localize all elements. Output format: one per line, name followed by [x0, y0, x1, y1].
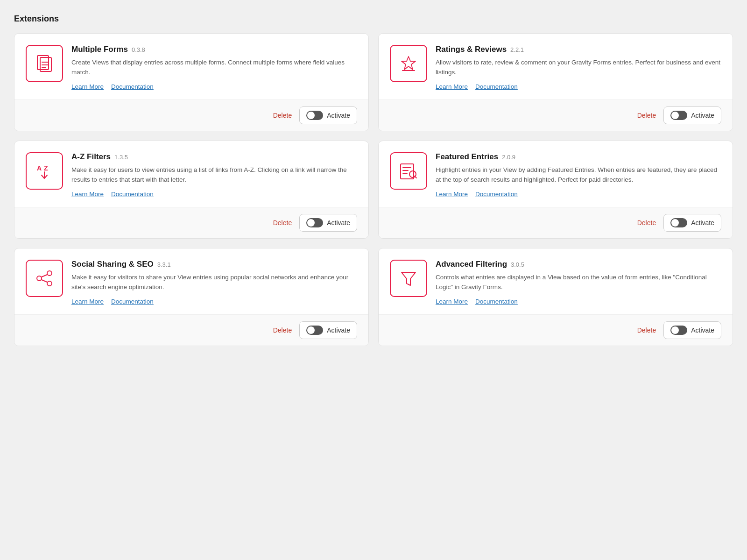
- learn-more-link-az-filters[interactable]: Learn More: [71, 191, 104, 198]
- card-info-multiple-forms: Multiple Forms 0.3.8 Create Views that d…: [71, 45, 357, 90]
- delete-button-ratings-reviews[interactable]: Delete: [637, 112, 656, 119]
- toggle-social-sharing-seo: [306, 326, 323, 335]
- delete-button-social-sharing-seo[interactable]: Delete: [273, 326, 292, 334]
- toggle-ratings-reviews: [670, 111, 687, 120]
- extension-name-social-sharing-seo: Social Sharing & SEO: [71, 260, 154, 269]
- toggle-multiple-forms: [306, 111, 323, 120]
- documentation-link-az-filters[interactable]: Documentation: [111, 191, 154, 198]
- activate-label-multiple-forms: Activate: [327, 112, 350, 119]
- svg-point-17: [47, 281, 52, 286]
- documentation-link-social-sharing-seo[interactable]: Documentation: [111, 298, 154, 305]
- svg-text:Z: Z: [44, 164, 48, 172]
- extension-desc-advanced-filtering: Controls what entries are displayed in a…: [436, 273, 721, 292]
- card-top-ratings-reviews: Ratings & Reviews 2.2.1 Allow visitors t…: [379, 34, 733, 99]
- extension-name-featured-entries: Featured Entries: [436, 152, 498, 162]
- learn-more-link-advanced-filtering[interactable]: Learn More: [436, 298, 468, 305]
- extensions-grid: Multiple Forms 0.3.8 Create Views that d…: [14, 33, 733, 346]
- extension-version-ratings-reviews: 2.2.1: [510, 46, 524, 53]
- activate-label-advanced-filtering: Activate: [691, 326, 714, 334]
- ratings-reviews-icon: [390, 45, 427, 82]
- card-bottom-multiple-forms: Delete Activate: [14, 99, 368, 131]
- extension-name-ratings-reviews: Ratings & Reviews: [436, 45, 507, 54]
- documentation-link-advanced-filtering[interactable]: Documentation: [475, 298, 518, 305]
- card-top-multiple-forms: Multiple Forms 0.3.8 Create Views that d…: [14, 34, 368, 99]
- multiple-forms-icon: [26, 45, 63, 82]
- delete-button-multiple-forms[interactable]: Delete: [273, 112, 292, 119]
- svg-marker-5: [402, 57, 416, 70]
- extension-desc-ratings-reviews: Allow visitors to rate, review & comment…: [436, 58, 721, 78]
- card-info-social-sharing-seo: Social Sharing & SEO 3.3.1 Make it easy …: [71, 260, 357, 305]
- advanced-filtering-icon: [390, 260, 427, 297]
- card-bottom-social-sharing-seo: Delete Activate: [14, 314, 368, 346]
- documentation-link-featured-entries[interactable]: Documentation: [475, 191, 518, 198]
- toggle-az-filters: [306, 218, 323, 227]
- title-row-ratings-reviews: Ratings & Reviews 2.2.1: [436, 45, 721, 54]
- toggle-featured-entries: [670, 218, 687, 227]
- extension-card-advanced-filtering: Advanced Filtering 3.0.5 Controls what e…: [378, 248, 733, 346]
- activate-button-ratings-reviews[interactable]: Activate: [663, 106, 721, 124]
- extension-version-multiple-forms: 0.3.8: [132, 46, 145, 53]
- card-bottom-featured-entries: Delete Activate: [379, 207, 733, 238]
- learn-more-link-social-sharing-seo[interactable]: Learn More: [71, 298, 104, 305]
- extension-card-featured-entries: Featured Entries 2.0.9 Highlight entries…: [378, 141, 733, 239]
- extension-version-az-filters: 1.3.5: [114, 154, 128, 161]
- card-links-advanced-filtering: Learn More Documentation: [436, 298, 721, 305]
- card-links-multiple-forms: Learn More Documentation: [71, 83, 357, 90]
- card-top-advanced-filtering: Advanced Filtering 3.0.5 Controls what e…: [379, 248, 733, 314]
- learn-more-link-ratings-reviews[interactable]: Learn More: [436, 83, 468, 90]
- card-bottom-advanced-filtering: Delete Activate: [379, 314, 733, 346]
- svg-text:A: A: [37, 164, 42, 172]
- extension-desc-az-filters: Make it easy for users to view entries u…: [71, 165, 357, 185]
- card-info-ratings-reviews: Ratings & Reviews 2.2.1 Allow visitors t…: [436, 45, 721, 90]
- card-info-advanced-filtering: Advanced Filtering 3.0.5 Controls what e…: [436, 260, 721, 305]
- activate-button-advanced-filtering[interactable]: Activate: [663, 321, 721, 339]
- svg-point-18: [37, 276, 42, 281]
- extension-card-social-sharing-seo: Social Sharing & SEO 3.3.1 Make it easy …: [14, 248, 369, 346]
- title-row-social-sharing-seo: Social Sharing & SEO 3.3.1: [71, 260, 357, 269]
- svg-point-16: [47, 271, 52, 276]
- az-filters-icon: A Z: [26, 152, 63, 190]
- svg-marker-21: [402, 272, 416, 285]
- activate-button-multiple-forms[interactable]: Activate: [299, 106, 357, 124]
- featured-entries-icon: [390, 152, 427, 190]
- delete-button-advanced-filtering[interactable]: Delete: [637, 326, 656, 334]
- delete-button-featured-entries[interactable]: Delete: [637, 219, 656, 227]
- activate-button-az-filters[interactable]: Activate: [299, 214, 357, 232]
- extension-card-az-filters: A Z A-Z Filters 1.3.5 Make it easy for u…: [14, 141, 369, 239]
- social-sharing-icon: [26, 260, 63, 297]
- card-links-social-sharing-seo: Learn More Documentation: [71, 298, 357, 305]
- card-info-featured-entries: Featured Entries 2.0.9 Highlight entries…: [436, 152, 721, 198]
- extension-card-multiple-forms: Multiple Forms 0.3.8 Create Views that d…: [14, 33, 369, 131]
- title-row-multiple-forms: Multiple Forms 0.3.8: [71, 45, 357, 54]
- learn-more-link-featured-entries[interactable]: Learn More: [436, 191, 468, 198]
- card-top-az-filters: A Z A-Z Filters 1.3.5 Make it easy for u…: [14, 141, 368, 207]
- delete-button-az-filters[interactable]: Delete: [273, 219, 292, 227]
- title-row-az-filters: A-Z Filters 1.3.5: [71, 152, 357, 162]
- activate-label-az-filters: Activate: [327, 219, 350, 227]
- card-bottom-az-filters: Delete Activate: [14, 207, 368, 238]
- learn-more-link-multiple-forms[interactable]: Learn More: [71, 83, 104, 90]
- card-bottom-ratings-reviews: Delete Activate: [379, 99, 733, 131]
- svg-line-19: [42, 275, 47, 277]
- activate-label-social-sharing-seo: Activate: [327, 326, 350, 334]
- svg-line-15: [415, 176, 416, 178]
- activate-label-ratings-reviews: Activate: [691, 112, 714, 119]
- extension-card-ratings-reviews: Ratings & Reviews 2.2.1 Allow visitors t…: [378, 33, 733, 131]
- card-info-az-filters: A-Z Filters 1.3.5 Make it easy for users…: [71, 152, 357, 198]
- card-links-featured-entries: Learn More Documentation: [436, 191, 721, 198]
- activate-button-featured-entries[interactable]: Activate: [663, 214, 721, 232]
- activate-button-social-sharing-seo[interactable]: Activate: [299, 321, 357, 339]
- page-title: Extensions: [14, 14, 733, 24]
- documentation-link-ratings-reviews[interactable]: Documentation: [475, 83, 518, 90]
- card-top-social-sharing-seo: Social Sharing & SEO 3.3.1 Make it easy …: [14, 248, 368, 314]
- card-links-ratings-reviews: Learn More Documentation: [436, 83, 721, 90]
- documentation-link-multiple-forms[interactable]: Documentation: [111, 83, 154, 90]
- card-top-featured-entries: Featured Entries 2.0.9 Highlight entries…: [379, 141, 733, 207]
- extension-version-advanced-filtering: 3.0.5: [511, 261, 524, 268]
- extension-desc-featured-entries: Highlight entries in your View by adding…: [436, 165, 721, 185]
- toggle-advanced-filtering: [670, 326, 687, 335]
- extension-name-advanced-filtering: Advanced Filtering: [436, 260, 507, 269]
- extension-version-featured-entries: 2.0.9: [502, 154, 515, 161]
- card-links-az-filters: Learn More Documentation: [71, 191, 357, 198]
- extension-name-az-filters: A-Z Filters: [71, 152, 111, 162]
